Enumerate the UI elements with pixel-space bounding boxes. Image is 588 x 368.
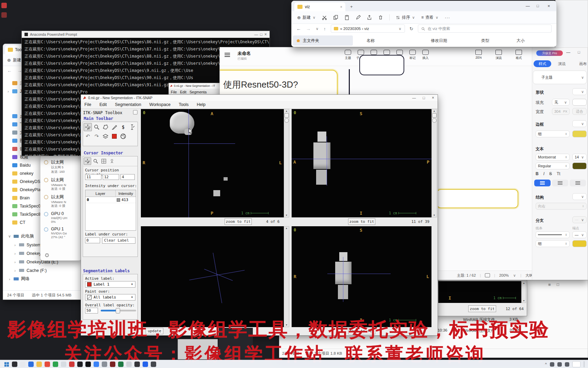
recent-icon[interactable]: ∨ <box>315 27 319 31</box>
zoom-to-fit-button[interactable]: zoom to fit <box>225 218 252 225</box>
cursor-z-field[interactable] <box>120 174 135 180</box>
toolbar-button[interactable]: 格式 <box>512 50 525 60</box>
annotation-tool-button[interactable] <box>128 123 136 131</box>
net-item[interactable]: GPU 0 Intel(R) UH 0% <box>44 211 81 224</box>
forward-icon[interactable]: → <box>306 26 311 31</box>
copy-icon[interactable] <box>333 15 338 20</box>
up-icon[interactable]: ↑ <box>324 26 326 31</box>
list-view-icon[interactable]: ≡ <box>548 282 551 287</box>
label-value-field[interactable] <box>85 237 100 243</box>
net-item[interactable]: 以太网 以太网 5 发送: 160 <box>44 159 81 174</box>
label-paint-icon[interactable] <box>110 132 118 140</box>
paintbrush-tool-button[interactable] <box>110 123 118 131</box>
taskbar-icon[interactable] <box>126 362 132 367</box>
minimize-button[interactable]: — <box>254 32 258 36</box>
taskbar-icon[interactable] <box>20 362 26 367</box>
powershell-titlebar[interactable]: Anaconda Powershell Prompt — □ × <box>22 31 270 38</box>
text-color-swatch[interactable] <box>572 163 587 169</box>
maximize-button[interactable]: □ <box>423 96 425 100</box>
line-style-stepper[interactable]: ⇕ <box>536 231 570 238</box>
fill-swatch[interactable] <box>572 99 587 106</box>
popout-icon[interactable] <box>133 110 137 114</box>
taskbar-icon[interactable] <box>85 362 91 367</box>
tray-volume-icon[interactable] <box>557 362 562 367</box>
taskbar-icon[interactable] <box>53 362 58 367</box>
minimize-button[interactable]: — <box>566 50 570 55</box>
endpoint-dropdown[interactable]: —∨ <box>572 231 587 238</box>
column-header-name[interactable]: 名称 <box>366 38 375 44</box>
new-tab-icon[interactable]: + <box>350 4 353 9</box>
view-coronal[interactable]: 0 S R L I 1 cm <box>292 226 431 327</box>
upgrade-pro-badge[interactable]: 升级至 Pro <box>536 50 563 56</box>
view-scrollbar[interactable]: ▲▼ <box>522 281 526 303</box>
snake-tool-button[interactable]: $ <box>119 123 127 131</box>
fill-dropdown[interactable]: 无∨ <box>552 99 570 106</box>
paint-over-dropdown[interactable]: All labels ▼ <box>85 294 135 301</box>
desktop-icon[interactable] <box>1 3 7 8</box>
minimize-button[interactable]: — <box>412 96 416 100</box>
polygon-tool-button[interactable] <box>101 123 110 131</box>
layers-icon[interactable] <box>101 132 110 140</box>
more-button[interactable]: ··· <box>445 15 450 20</box>
view-axial[interactable]: 0 A R L P 1 cm <box>141 109 284 217</box>
refresh-icon[interactable]: ↻ <box>410 26 413 31</box>
structure-dropdown[interactable]: ∨ <box>572 193 587 200</box>
border-color-swatch[interactable] <box>572 131 587 137</box>
chevron-down-icon[interactable]: ∨ <box>513 273 516 278</box>
hamburger-menu-icon[interactable] <box>225 53 230 53</box>
taskbar-icon[interactable] <box>134 362 140 367</box>
net-item[interactable]: 以太网 VMware N 发送: 0 接 <box>44 177 81 191</box>
border-weight-stepper[interactable]: 细⇕ <box>536 131 570 137</box>
tab-style[interactable]: 样式 <box>534 60 551 67</box>
taskbar-icon[interactable] <box>61 362 66 367</box>
show-desktop-button[interactable] <box>584 361 585 367</box>
menu-item[interactable]: Tools <box>179 102 189 107</box>
central-topic-node[interactable] <box>359 55 404 75</box>
taskbar-icon[interactable] <box>102 362 107 367</box>
column-header-size[interactable]: 大小 <box>517 38 525 44</box>
branch-weight-stepper[interactable]: 细⇕ <box>536 240 570 247</box>
menu-item[interactable]: Help <box>197 102 206 107</box>
slider-thumb[interactable] <box>116 308 120 313</box>
close-button[interactable]: × <box>264 32 267 37</box>
sort-button[interactable]: 排序 <box>402 15 410 20</box>
start-button[interactable] <box>4 362 9 367</box>
align-center-button[interactable] <box>552 180 568 186</box>
crosshair-tool-button[interactable] <box>84 123 92 131</box>
sidebar-home-item[interactable]: 主文件夹 <box>293 35 353 46</box>
section-branch[interactable]: 分支 <box>536 218 544 224</box>
opacity-field[interactable] <box>85 308 98 313</box>
opacity-slider[interactable] <box>101 310 136 311</box>
tray-ime-icon[interactable] <box>572 361 581 367</box>
explorer-tab[interactable]: viz × <box>294 2 345 11</box>
taskbar-icon[interactable] <box>118 362 124 367</box>
close-tab-icon[interactable]: × <box>340 5 342 9</box>
toolbar-button[interactable]: 标记 <box>406 50 419 60</box>
cursor-y-field[interactable] <box>103 174 119 180</box>
strikethrough-button[interactable]: S <box>549 171 552 176</box>
branch-style-dropdown[interactable]: ···∨ <box>572 216 587 223</box>
italic-button[interactable]: I <box>543 171 544 176</box>
toolbar-button[interactable]: 主题 <box>342 50 354 60</box>
maximize-button[interactable]: □ <box>260 32 262 36</box>
drive-item[interactable]: › Cache (F:) <box>6 266 85 275</box>
grid-mode-icon[interactable] <box>100 157 108 165</box>
redo-icon[interactable]: ↷ <box>93 132 101 140</box>
font-weight-stepper[interactable]: Regular⇕ <box>536 163 570 169</box>
close-button[interactable]: × <box>432 95 434 100</box>
minimize-button[interactable]: — <box>526 4 530 9</box>
zoom-mode-icon[interactable] <box>92 157 99 165</box>
layer-inspector-icon[interactable] <box>108 157 116 165</box>
menu-bar[interactable]: File Edit Segmenta <box>171 90 207 94</box>
shape-style-dropdown[interactable]: ∨ <box>572 88 587 95</box>
menu-item[interactable]: Workspace <box>149 102 170 107</box>
align-right-button[interactable] <box>570 180 586 186</box>
clear-label-button[interactable]: Clear Label <box>102 237 135 244</box>
menu-item[interactable]: Edit <box>99 102 107 107</box>
bold-button[interactable]: B <box>536 171 539 176</box>
search-box[interactable]: 在 viz 中搜索 <box>418 25 552 33</box>
taskbar-icon[interactable] <box>143 362 148 367</box>
column-header-date[interactable]: 修改日期 <box>431 38 447 44</box>
tray-expand-icon[interactable]: ^ <box>545 362 547 366</box>
net-item[interactable]: 以太网 VMware N 发送: 0 接 <box>44 194 81 208</box>
